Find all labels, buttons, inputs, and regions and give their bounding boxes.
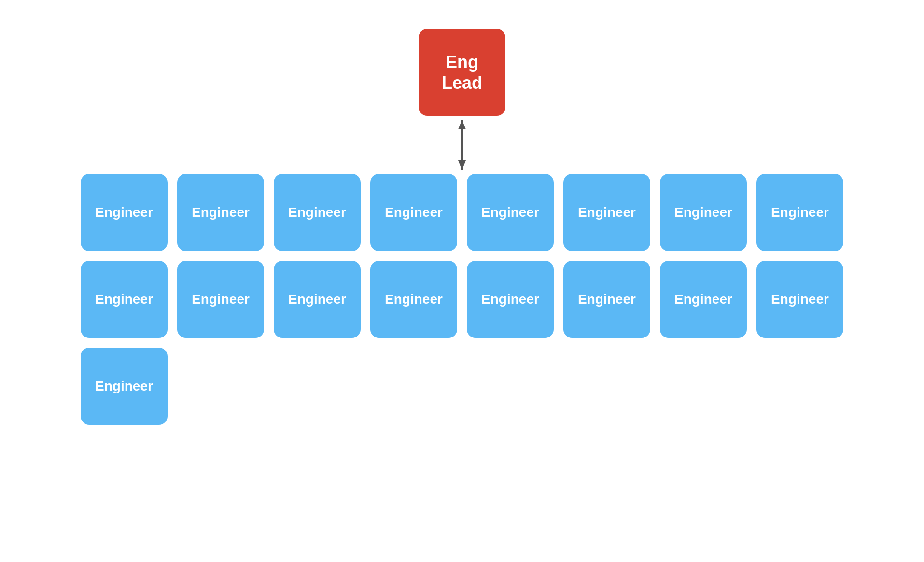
engineer-row-3: Engineer [81, 348, 168, 425]
engineer-row-1: Engineer Engineer Engineer Engineer Engi… [81, 174, 843, 251]
engineer-node[interactable]: Engineer [81, 261, 168, 338]
engineer-node[interactable]: Engineer [660, 174, 747, 251]
engineer-node[interactable]: Engineer [756, 261, 843, 338]
svg-marker-2 [458, 160, 466, 170]
engineer-row-2: Engineer Engineer Engineer Engineer Engi… [81, 261, 843, 338]
lead-eng-label: EngLead [442, 52, 482, 93]
engineer-node[interactable]: Engineer [274, 261, 361, 338]
engineer-node[interactable]: Engineer [467, 174, 554, 251]
engineer-node[interactable]: Engineer [274, 174, 361, 251]
engineer-node[interactable]: Engineer [81, 174, 168, 251]
engineer-node[interactable]: Engineer [370, 261, 457, 338]
engineer-node[interactable]: Engineer [467, 261, 554, 338]
engineer-node[interactable]: Engineer [177, 174, 264, 251]
lead-eng-node[interactable]: EngLead [419, 29, 505, 116]
engineer-node[interactable]: Engineer [81, 348, 168, 425]
connector-arrow [452, 116, 472, 174]
engineers-section: Engineer Engineer Engineer Engineer Engi… [66, 174, 858, 425]
engineer-node[interactable]: Engineer [756, 174, 843, 251]
engineer-node[interactable]: Engineer [563, 261, 650, 338]
engineer-node[interactable]: Engineer [370, 174, 457, 251]
engineer-node[interactable]: Engineer [563, 174, 650, 251]
connector [452, 116, 472, 174]
org-chart: EngLead Engineer Engineer Engineer Engin… [0, 0, 924, 562]
engineer-node[interactable]: Engineer [177, 261, 264, 338]
engineer-node[interactable]: Engineer [660, 261, 747, 338]
